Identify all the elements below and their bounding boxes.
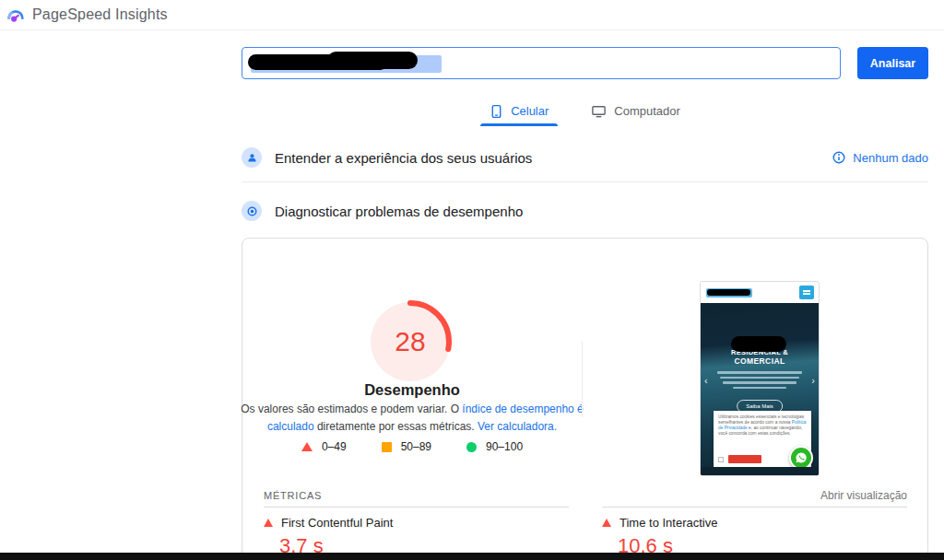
info-icon bbox=[832, 151, 845, 164]
metric-time-to-interactive: Time to Interactive 10,6 s bbox=[602, 507, 907, 558]
redacted-hero-scribble bbox=[731, 336, 786, 352]
metric-name-label: Time to Interactive bbox=[620, 516, 717, 530]
legend-item-average: 50–89 bbox=[382, 440, 431, 453]
smartphone-icon bbox=[490, 104, 503, 119]
checkbox-icon bbox=[718, 457, 724, 462]
legend-item-pass: 90–100 bbox=[466, 440, 523, 453]
legend-range: 90–100 bbox=[486, 440, 523, 453]
fail-triangle-icon bbox=[264, 519, 273, 527]
preview-cookie-actions bbox=[718, 455, 761, 463]
app-title: PageSpeed Insights bbox=[32, 6, 168, 23]
preview-hero-text-lines bbox=[701, 371, 819, 389]
performance-description: Os valores são estimados e podem variar.… bbox=[239, 401, 585, 436]
legend-range: 50–89 bbox=[401, 440, 431, 453]
page-preview-thumbnail: RESIDENCIAL & COMERCIAL ‹ › Saiba Mais U… bbox=[700, 281, 820, 476]
tab-mobile-label: Celular bbox=[511, 104, 549, 118]
vertical-divider bbox=[582, 342, 583, 417]
metrics-heading: MÉTRICAS bbox=[264, 490, 322, 501]
average-square-icon bbox=[382, 442, 392, 452]
users-circle-icon bbox=[242, 147, 262, 168]
desc-text: Os valores são estimados e podem variar.… bbox=[241, 402, 462, 415]
fail-triangle-icon bbox=[301, 442, 313, 451]
analyze-button[interactable]: Analisar bbox=[857, 47, 928, 79]
no-data-link[interactable]: Nenhum dado bbox=[832, 151, 928, 165]
metric-first-contentful-paint: First Contentful Paint 3,7 s bbox=[264, 507, 569, 558]
metrics-grid: First Contentful Paint 3,7 s Time to Int… bbox=[264, 507, 907, 558]
menu-icon bbox=[799, 286, 814, 299]
redacted-logo-scribble bbox=[707, 289, 750, 296]
desc-text: diretamente por essas métricas. bbox=[314, 420, 478, 433]
search-row: Analisar bbox=[242, 47, 928, 79]
lab-data-title: Diagnosticar problemas de desempenho bbox=[275, 204, 523, 219]
legend-item-fail: 0–49 bbox=[301, 440, 347, 453]
pagespeed-logo-icon bbox=[6, 5, 26, 25]
redacted-consent-button bbox=[728, 455, 761, 463]
redacted-url-scribble bbox=[327, 52, 418, 69]
lab-data-section-header: Diagnosticar problemas de desempenho bbox=[242, 197, 928, 225]
fail-triangle-icon bbox=[602, 519, 611, 527]
tab-desktop[interactable]: Computador bbox=[582, 96, 690, 126]
no-data-label: Nenhum dado bbox=[853, 151, 928, 165]
field-data-section-header: Entender a experiência dos seus usuários… bbox=[242, 144, 928, 171]
legend-range: 0–49 bbox=[322, 440, 347, 453]
preview-footer-strip bbox=[701, 467, 819, 475]
preview-site-header bbox=[701, 282, 819, 303]
preview-hero-title-2: COMERCIAL bbox=[701, 356, 819, 366]
pass-circle-icon bbox=[466, 442, 477, 452]
preview-cookie-text: Utilizamos cookies essenciais e tecnolog… bbox=[718, 414, 807, 437]
performance-title: Desempenho bbox=[242, 381, 582, 399]
device-tabs: Celular Computador bbox=[242, 96, 928, 126]
url-input[interactable] bbox=[242, 47, 841, 79]
app-header: PageSpeed Insights bbox=[0, 0, 944, 30]
performance-score-gauge: 28 bbox=[368, 299, 453, 384]
metric-name-label: First Contentful Paint bbox=[281, 516, 393, 530]
metrics-header-row: MÉTRICAS Abrir visualização bbox=[264, 489, 907, 502]
field-data-title: Entender a experiência dos seus usuários bbox=[275, 150, 532, 166]
report-card: 28 Desempenho Os valores são estimados e… bbox=[242, 238, 928, 560]
score-legend: 0–49 50–89 90–100 bbox=[242, 440, 582, 453]
tab-mobile[interactable]: Celular bbox=[480, 96, 558, 126]
open-preview-link[interactable]: Abrir visualização bbox=[820, 489, 907, 502]
section-divider bbox=[242, 181, 928, 182]
carousel-prev-icon: ‹ bbox=[704, 375, 708, 386]
bottom-black-bar bbox=[0, 553, 944, 560]
pagespeed-insights-page: PageSpeed Insights Analisar Celular Comp… bbox=[0, 0, 944, 560]
performance-score-value: 28 bbox=[368, 299, 453, 384]
gauge-circle-icon bbox=[242, 201, 262, 221]
tab-desktop-label: Computador bbox=[614, 104, 680, 118]
see-calculator-link[interactable]: Ver calculadora. bbox=[478, 420, 557, 433]
desktop-icon bbox=[591, 104, 607, 119]
carousel-next-icon: › bbox=[811, 375, 815, 386]
